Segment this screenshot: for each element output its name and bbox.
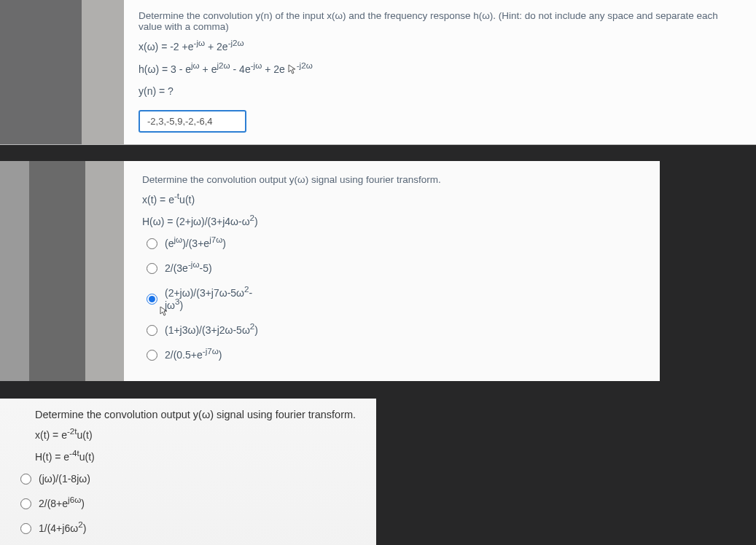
q1-h-exp3: -jω (251, 60, 262, 70)
q1-h-mid1: + e (200, 63, 217, 75)
q3-H-lhs: H(t) = e (35, 451, 69, 463)
q2-prompt: Determine the convolution output y(ω) si… (142, 174, 645, 185)
q3-H-exp: -4t (69, 448, 79, 458)
q3-options: (jω)/(1-8jω) 2/(8+ej6ω) 1/(4+j6ω2) 1/(8+… (20, 473, 362, 545)
radio-icon[interactable] (147, 263, 157, 274)
q1-x-exp1: -jω (194, 38, 206, 47)
q3-option-3-text: 1/(4+j6ω2) (39, 522, 86, 534)
radio-icon[interactable] (147, 294, 157, 305)
q3-x-exp: -2t (67, 426, 77, 436)
q1-h-mid3: + 2e (262, 63, 285, 75)
q1-x-exp2: -j2ω (228, 38, 244, 47)
q1-y-label: y(n) = ? (139, 85, 741, 97)
q2-option-5-text: 2/(0.5+e-j7ω) (165, 349, 222, 361)
radio-icon[interactable] (20, 523, 31, 534)
q1-x-lhs: x(ω) = -2 +e (139, 41, 194, 52)
question-2: Determine the convolution output y(ω) si… (0, 161, 660, 381)
radio-icon[interactable] (147, 238, 157, 249)
q2-option-1[interactable]: (ejω)/(3+ej7ω) (147, 238, 645, 249)
q2-option-2[interactable]: 2/(3e-jω-5) (147, 262, 645, 274)
q2-x-lhs: x(t) = e (142, 194, 174, 205)
q3-option-1-text: (jω)/(1-8jω) (39, 473, 90, 485)
q1-h-lhs: h(ω) = 3 - e (139, 63, 191, 75)
q3-prompt: Determine the convolution output y(ω) si… (35, 409, 362, 420)
question-3: Determine the convolution output y(ω) si… (0, 399, 376, 545)
q3-x-rhs: u(t) (77, 429, 93, 441)
q3-x-lhs: x(t) = e (35, 429, 67, 441)
q2-H-rhs: ) (254, 216, 258, 227)
radio-icon[interactable] (147, 325, 157, 336)
q3-x-equation: x(t) = e-2tu(t) (35, 429, 362, 441)
radio-icon[interactable] (147, 350, 157, 361)
q2-H-equation: H(ω) = (2+jω)/(3+j4ω-ω2) (142, 216, 645, 227)
cursor-icon (288, 64, 297, 74)
q2-x-rhs: u(t) (179, 194, 195, 205)
q2-option-2-text: 2/(3e-jω-5) (165, 262, 212, 274)
q2-option-5[interactable]: 2/(0.5+e-j7ω) (147, 349, 645, 361)
q2-option-4-text: (1+j3ω)/(3+j2ω-5ω2) (165, 324, 258, 336)
q2-options: (ejω)/(3+ej7ω) 2/(3e-jω-5) (2+jω)/(3+j7ω… (147, 238, 645, 361)
q2-option-4[interactable]: (1+j3ω)/(3+j2ω-5ω2) (147, 324, 645, 336)
q1-prompt: Determine the convolution y(n) of the in… (139, 10, 741, 32)
q3-H-rhs: u(t) (79, 451, 95, 463)
q3-H-equation: H(t) = e-4tu(t) (35, 451, 362, 463)
q1-answer-input[interactable]: -2,3,-5,9,-2,-6,4 (139, 110, 246, 133)
q2-option-3[interactable]: (2+jω)/(3+j7ω-5ω2-jω3) (147, 287, 645, 311)
q1-h-exp1: jω (191, 60, 200, 70)
q1-h-mid2: - 4e (230, 63, 251, 75)
q2-x-equation: x(t) = e-tu(t) (142, 194, 645, 205)
radio-icon[interactable] (20, 474, 31, 485)
cursor-icon (160, 306, 168, 316)
q2-option-3-text: (2+jω)/(3+j7ω-5ω2-jω3) (165, 287, 256, 311)
radio-icon[interactable] (20, 498, 31, 509)
question-1: Determine the convolution y(n) of the in… (0, 0, 756, 145)
q3-option-1[interactable]: (jω)/(1-8jω) (20, 473, 362, 485)
q2-option-1-text: (ejω)/(3+ej7ω) (165, 238, 226, 249)
q3-option-2-text: 2/(8+ej6ω) (39, 498, 85, 509)
q1-x-mid1: + 2e (205, 41, 228, 52)
q1-h-equation: h(ω) = 3 - ejω + ej2ω - 4e-jω + 2e -j2ω (139, 63, 741, 75)
q3-option-2[interactable]: 2/(8+ej6ω) (20, 498, 362, 509)
q1-h-exp2: j2ω (217, 60, 230, 70)
q3-option-3[interactable]: 1/(4+j6ω2) (20, 522, 362, 534)
q1-h-exp4: -j2ω (297, 60, 313, 70)
q2-H-lhs: H(ω) = (2+jω)/(3+j4ω-ω (142, 216, 250, 227)
q1-x-equation: x(ω) = -2 +e-jω + 2e-j2ω (139, 41, 741, 52)
